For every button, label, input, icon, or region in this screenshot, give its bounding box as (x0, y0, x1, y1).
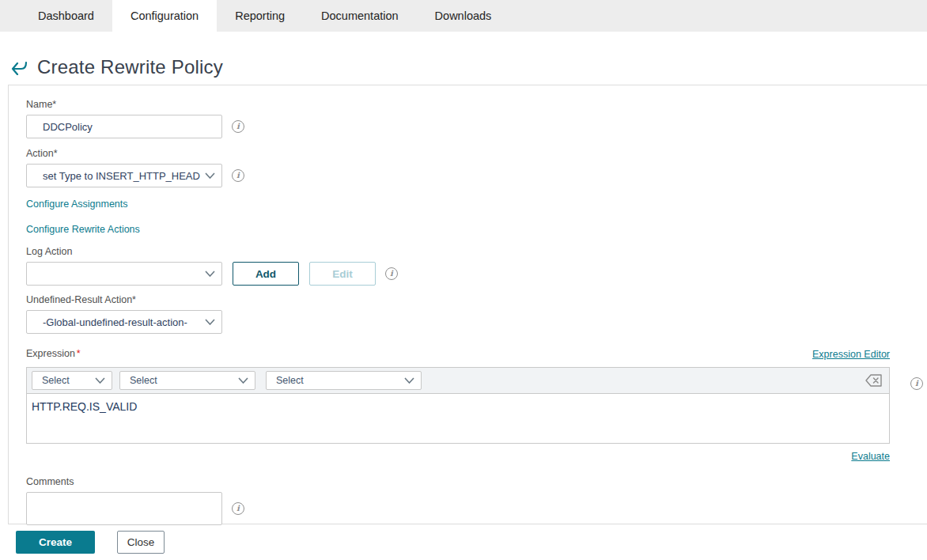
comments-label: Comments (26, 476, 927, 487)
configure-rewrite-actions-link[interactable]: Configure Rewrite Actions (26, 224, 140, 235)
expression-editor-link[interactable]: Expression Editor (812, 349, 890, 360)
chevron-down-icon (404, 377, 414, 384)
log-action-edit-button[interactable]: Edit (309, 262, 376, 286)
expression-select-2-value: Select (130, 375, 157, 386)
action-label: Action* (26, 148, 927, 159)
chevron-down-icon (238, 377, 248, 384)
log-action-label: Log Action (26, 246, 927, 257)
chevron-down-icon (205, 172, 215, 179)
tab-downloads[interactable]: Downloads (417, 0, 510, 32)
expression-select-1-value: Select (42, 375, 70, 386)
close-button[interactable]: Close (117, 531, 165, 554)
top-nav: Dashboard Configuration Reporting Docume… (0, 0, 927, 32)
chevron-down-icon (205, 271, 215, 277)
comments-info-icon[interactable]: i (232, 502, 244, 515)
log-action-select[interactable] (26, 262, 222, 286)
undefined-result-action-label: Undefined-Result Action* (26, 294, 927, 305)
page-title: Create Rewrite Policy (37, 56, 223, 78)
expression-select-2[interactable]: Select (119, 371, 255, 390)
form-footer: Create Close (0, 524, 927, 554)
expression-label: Expression (26, 348, 75, 359)
tab-documentation[interactable]: Documentation (303, 0, 417, 32)
back-arrow-icon[interactable] (9, 59, 28, 75)
expression-select-3[interactable]: Select (266, 371, 422, 390)
page-header: Create Rewrite Policy (0, 32, 927, 85)
tab-reporting[interactable]: Reporting (217, 0, 303, 32)
expression-section: Expression* Expression Editor Select Sel… (26, 346, 890, 463)
tab-configuration[interactable]: Configuration (112, 0, 217, 32)
expression-required-mark: * (77, 348, 81, 359)
expression-toolbar: Select Select Select (26, 367, 890, 394)
expression-input[interactable]: HTTP.REQ.IS_VALID (26, 393, 890, 444)
tab-dashboard[interactable]: Dashboard (20, 0, 112, 32)
chevron-down-icon (205, 319, 215, 325)
action-select-value: set Type to INSERT_HTTP_HEADER (43, 170, 200, 182)
comments-input[interactable] (26, 492, 222, 525)
action-info-icon[interactable]: i (232, 169, 244, 182)
expression-select-1[interactable]: Select (32, 371, 112, 390)
name-input[interactable] (26, 115, 222, 138)
evaluate-link[interactable]: Evaluate (851, 451, 890, 462)
clear-expression-icon[interactable] (865, 374, 883, 387)
undefined-result-action-value: -Global-undefined-result-action- (43, 316, 187, 328)
log-action-add-button[interactable]: Add (233, 262, 299, 286)
configure-assignments-link[interactable]: Configure Assignments (26, 199, 128, 210)
action-select[interactable]: set Type to INSERT_HTTP_HEADER (26, 164, 222, 187)
create-button[interactable]: Create (16, 531, 95, 554)
name-info-icon[interactable]: i (232, 120, 244, 133)
chevron-down-icon (95, 377, 105, 384)
undefined-result-action-select[interactable]: -Global-undefined-result-action- (26, 310, 222, 334)
create-rewrite-policy-form: Name* i Action* set Type to INSERT_HTTP_… (8, 85, 927, 524)
expression-select-3-value: Select (276, 375, 304, 386)
name-label: Name* (26, 99, 927, 110)
expression-info-icon[interactable]: i (910, 377, 923, 390)
log-action-info-icon[interactable]: i (385, 267, 398, 280)
